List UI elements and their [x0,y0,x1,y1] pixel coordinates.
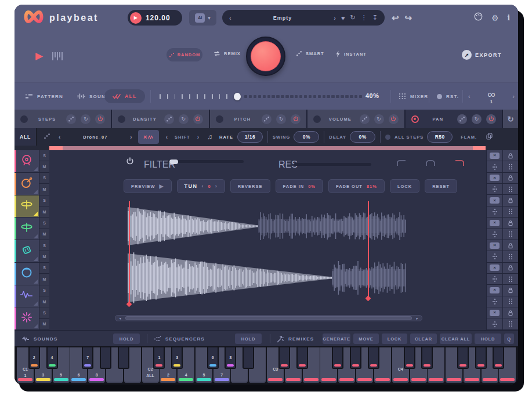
solo-button[interactable]: S [39,173,49,184]
clear-step-button[interactable]: × [486,150,502,161]
tab-dice-icon[interactable] [457,114,467,124]
scroll-right-button[interactable]: ▸ [412,316,422,321]
solo-button[interactable]: S [39,195,49,206]
mute-button[interactable]: M [39,274,49,285]
randomize-step-button[interactable] [486,251,502,262]
track-shaker[interactable] [15,240,39,263]
step-options-button[interactable] [502,296,518,307]
tab-radio[interactable] [216,115,223,123]
preset-next-button[interactable]: › [334,14,336,21]
delay-value[interactable]: 0% [350,131,375,143]
tab-radio[interactable] [118,115,125,123]
filter-power-icon[interactable] [126,157,134,165]
lock-step-button[interactable] [502,150,518,161]
step-options-button[interactable] [502,206,518,217]
track-crash[interactable] [15,307,39,330]
filter-slider[interactable] [168,160,244,163]
filter-bandpass-icon[interactable] [425,158,436,169]
black-key[interactable]: 8 [225,347,236,369]
track-tom-drum[interactable] [15,263,39,285]
lock-step-button[interactable] [502,285,518,296]
mute-button[interactable]: M [39,161,49,172]
solo-button[interactable]: S [39,285,49,296]
step-options-button[interactable] [502,318,518,329]
tab-dice-icon[interactable] [164,114,174,124]
reverse-button[interactable]: REVERSE [230,179,270,193]
black-key[interactable]: 6 [207,347,219,369]
tab-loop-icon[interactable]: ↻ [472,114,482,124]
tab-loop-icon[interactable]: ↻ [276,114,286,124]
step-options-button[interactable] [502,274,518,285]
lock-step-button[interactable] [502,173,518,184]
sample-end-marker[interactable] [368,201,369,299]
note-value-icon[interactable]: ♫ [207,133,212,141]
step-options-button[interactable] [502,184,518,195]
mute-wave-button[interactable]: × [138,130,159,144]
shift-right-button[interactable]: › [197,134,199,140]
lock-step-button[interactable] [502,263,518,274]
black-key[interactable]: 1 [153,347,165,369]
fade-in-button[interactable]: FADE IN 0% [276,179,323,193]
tabs-refresh-button[interactable]: ↻ [503,110,518,128]
waveform-scrollbar[interactable]: ◂ ▸ [115,315,422,321]
swing-value[interactable]: 0% [294,131,319,143]
mute-button[interactable]: M [39,319,49,330]
preset-menu-icon[interactable]: ⋮ [361,14,367,21]
black-key[interactable] [404,347,415,369]
export-button[interactable]: ➚ EXPORT [462,50,502,60]
black-key[interactable]: 2 [28,347,40,369]
tab-radio[interactable] [411,115,419,123]
scrollbar-thumb[interactable] [125,316,412,320]
track-hihat-open[interactable] [15,217,39,240]
track-corner-handle[interactable] [34,257,38,261]
randomize-step-button[interactable] [486,184,502,195]
randomize-step-button[interactable] [486,296,502,307]
step-options-button[interactable] [502,229,518,240]
instant-button[interactable]: INSTANT [335,50,367,57]
pattern-next-button[interactable]: › [512,93,515,100]
clear-step-button[interactable]: × [486,263,502,274]
remix-hold-button[interactable]: HOLD [475,334,501,344]
all-tracks-button[interactable]: ALL [104,89,145,103]
randomize-step-button[interactable] [486,274,502,285]
shift-left-button[interactable]: ‹ [166,134,168,140]
tab-steps[interactable]: STEPS↻ [15,110,111,128]
tab-dice-icon[interactable] [360,114,370,124]
favorite-icon[interactable]: ♥ [341,14,345,21]
filter-highpass-icon[interactable] [454,158,465,169]
track-corner-handle[interactable] [34,212,38,216]
fade-out-button[interactable]: FADE OUT 81% [328,179,385,193]
move-button[interactable]: MOVE [353,334,379,344]
black-key[interactable] [243,347,254,369]
all-steps-dot[interactable] [385,135,390,140]
flam-label[interactable]: FLAM. [461,135,477,140]
rate-value[interactable]: 1/16 [237,131,263,143]
tab-loop-icon[interactable]: ↻ [179,114,189,124]
track-corner-handle[interactable] [34,234,38,238]
clear-step-button[interactable]: × [486,195,502,206]
bpm-display[interactable]: ▶ 120.00 [128,10,182,26]
randomize-step-button[interactable] [486,161,502,172]
redo-button[interactable]: ↪ [405,13,412,23]
black-key[interactable] [368,347,379,369]
bpm-play-icon[interactable]: ▶ [130,12,142,24]
all-steps-value[interactable]: R50 [427,131,453,143]
clear-button[interactable]: CLEAR [410,334,437,344]
black-key[interactable] [421,347,433,369]
clear-step-button[interactable]: × [486,217,502,229]
filter-slider-handle[interactable] [169,160,178,164]
track-corner-handle[interactable] [34,167,38,171]
res-slider[interactable] [294,163,371,166]
pattern-view-button[interactable]: PATTERN [25,82,63,110]
solo-button[interactable]: S [39,217,49,229]
tab-power-icon[interactable] [291,114,301,124]
tab-radio[interactable] [20,115,28,123]
sample-start-marker[interactable] [129,201,130,304]
preset-prev-button[interactable]: ‹ [229,14,231,21]
tab-dice-icon[interactable] [66,114,76,124]
mute-button[interactable]: M [39,184,49,195]
scroll-left-button[interactable]: ◂ [115,316,125,321]
complexity-slider[interactable] [160,82,364,110]
sequencers-hold-button[interactable]: HOLD [235,334,262,344]
filter-lowpass-icon[interactable] [396,158,407,169]
